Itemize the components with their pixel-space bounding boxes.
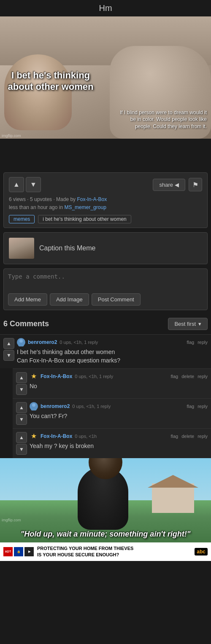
ad-icon-group: ADT 🔒 ▶ xyxy=(3,547,34,556)
comments-count: 6 Comments xyxy=(3,319,49,328)
comment-actions: flag reply xyxy=(187,340,208,345)
comment-stats: 0 ups, <1h, 1 reply xyxy=(72,404,111,409)
meme-bottom-right-text: If I blind person were to dream would it… xyxy=(114,109,207,130)
comment-content: benromero2 0 ups, <1h, 1 reply flag repl… xyxy=(30,402,208,425)
flag-link[interactable]: flag xyxy=(187,404,194,409)
vote-buttons: ▲ ▼ xyxy=(9,177,41,192)
comment-stats: 0 ups, <1h, 1 reply xyxy=(60,340,98,345)
flag-link[interactable]: flag xyxy=(170,374,178,379)
avatar xyxy=(30,402,38,411)
caption-text: Caption this Meme xyxy=(39,244,95,252)
bottom-meme-credit: imgflip.com xyxy=(2,518,21,522)
action-bar-top: ▲ ▼ share ◀ ⚑ xyxy=(9,177,202,192)
reply-link[interactable]: reply xyxy=(197,404,208,409)
comment-actions: flag reply xyxy=(187,404,208,409)
meme-container: I bet he's thinking about other women If… xyxy=(0,16,211,139)
delete-link[interactable]: delete xyxy=(181,434,194,439)
avatar: ★ xyxy=(30,432,38,440)
bottom-meme-caption: "Hold up, wait a minute; something ain't… xyxy=(0,530,211,539)
share-label: share xyxy=(159,182,173,188)
comment-upvote-button[interactable]: ▲ xyxy=(16,402,27,413)
delete-link[interactable]: delete xyxy=(181,374,194,379)
comment-buttons: Add Meme Add Image Post Comment xyxy=(8,293,203,306)
comment-username: Fox-In-A-Box xyxy=(41,433,72,439)
comment-stats: 0 ups, <1h, 1 reply xyxy=(75,374,113,379)
tags-row: memes i bet he's thinking about other wo… xyxy=(9,215,202,223)
views-count: 6 views xyxy=(9,196,26,202)
comment-input-area: Add Meme Add Image Post Comment xyxy=(3,268,208,310)
bottom-meme-image: "Hold up, wait a minute; something ain't… xyxy=(0,458,211,542)
comment-textarea[interactable] xyxy=(8,273,203,288)
svg-point-1 xyxy=(18,343,24,346)
comments-header: 6 Comments Best first ▾ xyxy=(0,314,211,334)
comment-row: ▲ ▼ benromero2 0 ups, <1h, 1 reply flag … xyxy=(0,334,211,368)
ad-network: abc xyxy=(195,548,208,555)
comment-content: ★ Fox-In-A-Box 0 ups, <1h flag delete re… xyxy=(30,432,208,455)
action-bar-right: share ◀ ⚑ xyxy=(153,178,202,191)
comment-username: benromero2 xyxy=(28,339,57,345)
comment-downvote-button[interactable]: ▼ xyxy=(3,350,14,361)
avatar xyxy=(17,338,25,346)
comment-meta: benromero2 0 ups, <1h, 1 reply flag repl… xyxy=(30,402,208,411)
comment-row: ▲ ▼ ★ Fox-In-A-Box 0 ups, <1h flag delet… xyxy=(13,428,211,458)
comment-text: Yeah my ? key is broken xyxy=(30,442,208,451)
comment-vote-col: ▲ ▼ xyxy=(16,402,27,425)
sort-label: Best first xyxy=(174,321,196,327)
comment-meta: ★ Fox-In-A-Box 0 ups, <1h flag delete re… xyxy=(30,432,208,440)
ad-icon-red: ADT xyxy=(3,547,13,556)
reply-link[interactable]: reply xyxy=(197,340,208,345)
comment-vote-col: ▲ ▼ xyxy=(16,432,27,455)
tag-memes[interactable]: memes xyxy=(9,215,35,223)
downvote-button[interactable]: ▼ xyxy=(26,177,41,192)
author-link[interactable]: Fox-In-A-Box xyxy=(77,196,107,202)
comment-upvote-button[interactable]: ▲ xyxy=(16,372,27,383)
abc-badge: abc xyxy=(195,548,208,555)
comment-vote-col: ▲ ▼ xyxy=(16,372,27,395)
group-link[interactable]: MS_memer_group xyxy=(64,204,106,210)
avatar: ★ xyxy=(30,372,38,381)
comment-actions: flag delete reply xyxy=(170,374,208,379)
caption-meme-box[interactable]: Caption this Meme xyxy=(3,232,208,264)
comment-downvote-button[interactable]: ▼ xyxy=(16,384,27,395)
made-by-prefix: Made by xyxy=(56,196,76,202)
svg-point-0 xyxy=(19,339,23,343)
flag-link[interactable]: flag xyxy=(170,434,178,439)
comment-vote-col: ▲ ▼ xyxy=(3,338,14,365)
sort-button[interactable]: Best first ▾ xyxy=(168,318,208,330)
dark-gap xyxy=(0,139,211,172)
bottom-meme: "Hold up, wait a minute; something ain't… xyxy=(0,458,211,561)
add-image-button[interactable]: Add Image xyxy=(50,293,89,306)
comment-upvote-button[interactable]: ▲ xyxy=(3,338,14,349)
svg-point-3 xyxy=(31,408,37,411)
comment-upvote-button[interactable]: ▲ xyxy=(16,432,27,443)
comment-content: ★ Fox-In-A-Box 0 ups, <1h, 1 reply flag … xyxy=(30,372,208,395)
caption-thumb-inner xyxy=(9,238,34,259)
meta-info: 6 views · 5 upvotes · Made by Fox-In-A-B… xyxy=(9,196,202,212)
ad-icon-blue: 🔒 xyxy=(14,547,23,556)
meme-top-left-text: I bet he's thinking about other women xyxy=(4,70,97,92)
reply-link[interactable]: reply xyxy=(197,434,208,439)
flag-link[interactable]: flag xyxy=(187,340,194,345)
comment-stats: 0 ups, <1h xyxy=(75,434,97,439)
tag-title[interactable]: i bet he's thinking about other women xyxy=(38,215,131,223)
comment-meta: benromero2 0 ups, <1h, 1 reply flag repl… xyxy=(17,338,208,346)
reply-link[interactable]: reply xyxy=(197,374,208,379)
add-meme-button[interactable]: Add Meme xyxy=(8,293,47,306)
sort-chevron-icon: ▾ xyxy=(198,321,201,327)
bottom-ad-bar: ADT 🔒 ▶ PROTECTING YOUR HOME FROM THIEVE… xyxy=(0,542,211,561)
flag-button[interactable]: ⚑ xyxy=(189,178,202,191)
comment-username: benromero2 xyxy=(41,403,70,409)
upvote-button[interactable]: ▲ xyxy=(9,177,24,192)
share-button[interactable]: share ◀ xyxy=(153,179,185,191)
post-comment-button[interactable]: Post Comment xyxy=(92,293,141,306)
comment-downvote-button[interactable]: ▼ xyxy=(16,444,27,455)
comment-actions: flag delete reply xyxy=(170,434,208,439)
svg-point-2 xyxy=(32,403,35,407)
comment-content: benromero2 0 ups, <1h, 1 reply flag repl… xyxy=(17,338,208,365)
posted-time: less than an hour ago in xyxy=(9,204,63,210)
comment-downvote-button[interactable]: ▼ xyxy=(16,414,27,425)
meme-title: Hm xyxy=(0,0,211,16)
comment-row: ▲ ▼ benromero2 0 ups, <1h, 1 reply flag … xyxy=(13,398,211,428)
caption-thumb xyxy=(9,238,34,259)
action-bar: ▲ ▼ share ◀ ⚑ 6 views · 5 upvotes · Made… xyxy=(3,172,208,228)
